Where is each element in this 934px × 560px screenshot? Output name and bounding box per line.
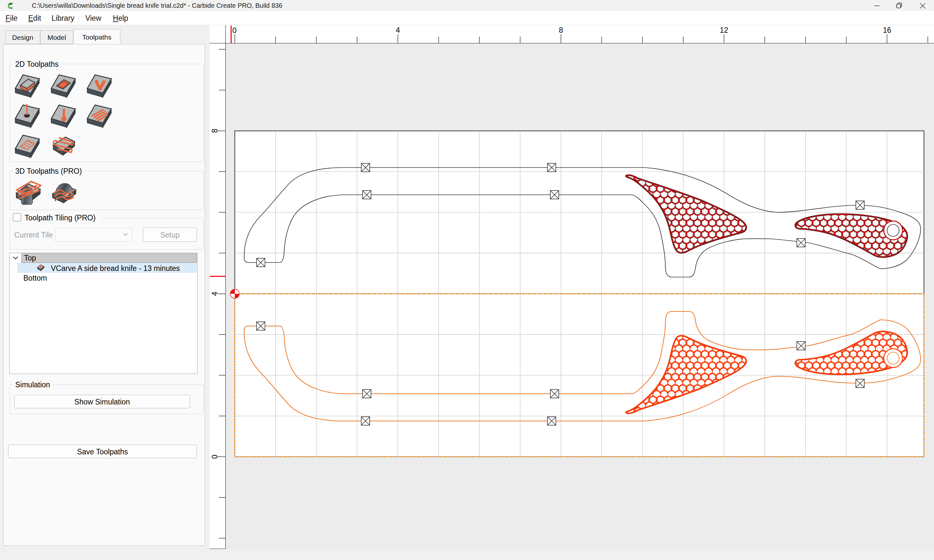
svg-text:4: 4 bbox=[211, 292, 219, 296]
svg-text:4: 4 bbox=[396, 26, 400, 34]
svg-text:0: 0 bbox=[233, 26, 237, 35]
svg-text:0: 0 bbox=[211, 455, 219, 459]
svg-text:8: 8 bbox=[211, 129, 219, 133]
svg-text:16: 16 bbox=[883, 26, 891, 34]
svg-text:12: 12 bbox=[720, 26, 728, 34]
svg-text:8: 8 bbox=[559, 26, 563, 34]
